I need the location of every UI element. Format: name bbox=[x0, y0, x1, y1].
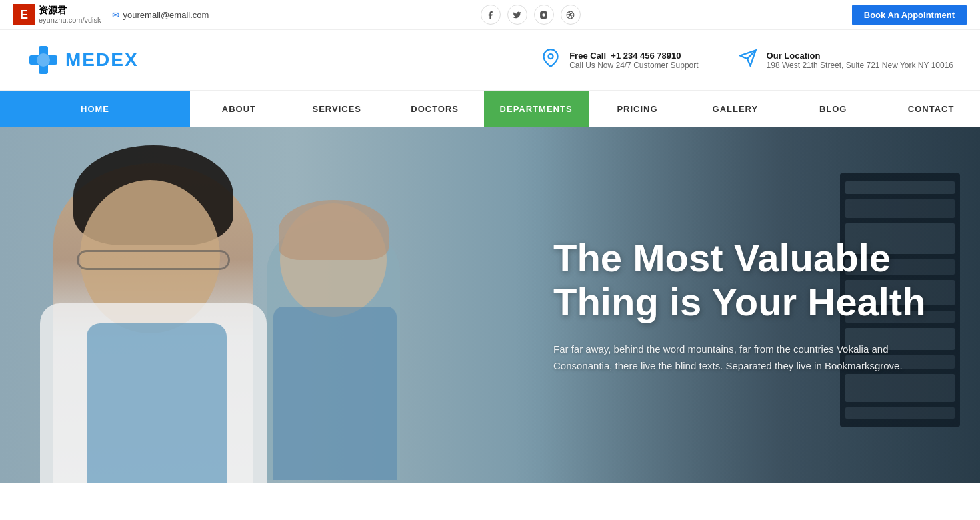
nav-services[interactable]: SERVICES bbox=[288, 91, 386, 127]
instagram-icon[interactable] bbox=[534, 5, 554, 25]
location-address: 198 West 21th Street, Suite 721 New York… bbox=[767, 61, 953, 70]
phone-text: Free Call +1 234 456 78910 Call Us Now 2… bbox=[569, 51, 698, 70]
top-bar-left: E 资源君 eyunzhu.com/vdisk ✉ youremail@emai… bbox=[13, 4, 209, 25]
dribbble-icon[interactable] bbox=[561, 5, 581, 25]
location-text: Our Location 198 West 21th Street, Suite… bbox=[767, 51, 953, 70]
hero-content: The Most Valuable Thing is Your Health F… bbox=[553, 235, 927, 374]
phone-label: Free Call +1 234 456 78910 bbox=[569, 51, 698, 61]
svg-point-5 bbox=[37, 53, 50, 67]
email-link[interactable]: ✉ youremail@email.com bbox=[112, 10, 209, 20]
hero-image-left bbox=[0, 127, 433, 483]
phone-sub: Call Us Now 24/7 Customer Support bbox=[569, 61, 698, 70]
nav-doctors[interactable]: DOCTORS bbox=[386, 91, 484, 127]
nav-pricing[interactable]: PRICING bbox=[589, 91, 687, 127]
svg-point-6 bbox=[549, 54, 553, 59]
phone-info: Free Call +1 234 456 78910 Call Us Now 2… bbox=[541, 49, 698, 71]
nav-departments[interactable]: DEPARTMENTS bbox=[484, 91, 589, 127]
nav-gallery[interactable]: GALLERY bbox=[686, 91, 784, 127]
hero-title: The Most Valuable Thing is Your Health bbox=[553, 235, 927, 324]
facebook-icon[interactable] bbox=[481, 5, 501, 25]
doctor-shirt bbox=[87, 323, 227, 483]
logo-name: MEDEX bbox=[65, 49, 139, 71]
location-label: Our Location bbox=[767, 51, 953, 61]
nav-contact[interactable]: CONTACT bbox=[882, 91, 980, 127]
hero-section: The Most Valuable Thing is Your Health F… bbox=[0, 127, 980, 483]
social-icons bbox=[481, 5, 581, 25]
watermark-brand: 资源君 bbox=[39, 5, 101, 16]
logo: MEDEX bbox=[27, 43, 200, 77]
watermark-text: 资源君 eyunzhu.com/vdisk bbox=[39, 5, 101, 25]
location-icon bbox=[739, 49, 757, 71]
map-icon bbox=[541, 49, 560, 71]
watermark: E 资源君 eyunzhu.com/vdisk bbox=[13, 4, 101, 25]
location-info: Our Location 198 West 21th Street, Suite… bbox=[739, 49, 953, 71]
watermark-letter: E bbox=[13, 4, 35, 25]
bg-person-hair bbox=[279, 200, 389, 260]
logo-cross-icon bbox=[27, 43, 60, 77]
email-address: youremail@email.com bbox=[123, 10, 209, 20]
nav-blog[interactable]: BLOG bbox=[784, 91, 882, 127]
top-bar: E 资源君 eyunzhu.com/vdisk ✉ youremail@emai… bbox=[0, 0, 980, 30]
header: MEDEX Free Call +1 234 456 78910 Call Us… bbox=[0, 30, 980, 90]
navigation: HOME ABOUT SERVICES DOCTORS DEPARTMENTS … bbox=[0, 90, 980, 127]
nav-about[interactable]: ABOUT bbox=[190, 91, 288, 127]
watermark-url: eyunzhu.com/vdisk bbox=[39, 16, 101, 25]
header-info: Free Call +1 234 456 78910 Call Us Now 2… bbox=[541, 49, 953, 71]
hero-description: Far far away, behind the word mountains,… bbox=[553, 341, 927, 375]
doctor-glasses bbox=[77, 250, 230, 270]
nav-home[interactable]: HOME bbox=[0, 91, 190, 127]
twitter-icon[interactable] bbox=[507, 5, 527, 25]
book-appointment-button[interactable]: Book An Appointment bbox=[852, 5, 967, 25]
bg-person-scrubs bbox=[273, 307, 397, 480]
email-icon: ✉ bbox=[112, 10, 119, 20]
